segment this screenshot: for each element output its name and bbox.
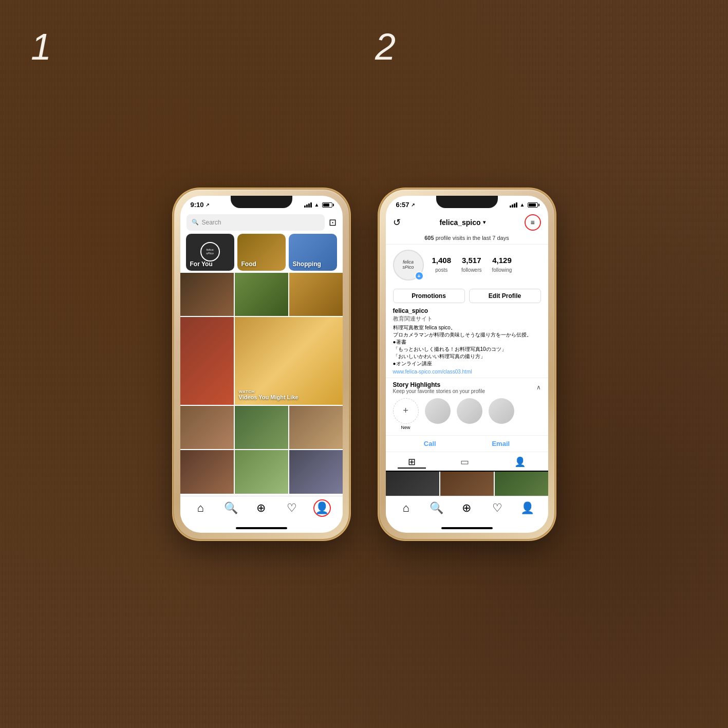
grid-cell-2[interactable] (235, 273, 288, 316)
heart-icon: ♡ (287, 501, 297, 515)
nav-search[interactable]: 🔍 (219, 499, 242, 517)
grid-cell-4[interactable] (180, 317, 234, 405)
nav2-home[interactable]: ⌂ (395, 499, 417, 517)
nav-profile[interactable]: 👤 (311, 499, 333, 517)
story-circle-2[interactable] (457, 398, 482, 424)
phone1-wifi-icon: ▲ (314, 202, 320, 208)
search-bar[interactable]: 🔍 Search (186, 214, 325, 231)
phone1-status-icons: ▲ (304, 202, 332, 208)
profile-circle-indicator (313, 499, 331, 517)
followers-count: 3,517 (461, 256, 481, 265)
nav-search-icon: 🔍 (224, 501, 238, 515)
edit-profile-button[interactable]: Edit Profile (469, 289, 541, 303)
nav2-likes[interactable]: ♡ (486, 499, 509, 517)
phone2-signal (510, 202, 517, 208)
avatar-logo-text: felicasPico (402, 260, 414, 270)
grid-cell-3[interactable] (289, 273, 343, 316)
grid-cell-10[interactable] (180, 450, 234, 493)
slide-number-1: 1 (31, 26, 51, 68)
menu-button[interactable]: ≡ (525, 214, 541, 231)
story-circle-3[interactable] (489, 398, 514, 424)
promotions-button[interactable]: Promotions (393, 289, 465, 303)
phone1-battery (322, 202, 332, 208)
posts-count: 1,408 (432, 256, 452, 265)
grid-cell-12[interactable] (289, 450, 343, 493)
bio-username: felica_spico (393, 307, 541, 314)
call-button[interactable]: Call (424, 440, 436, 447)
tab-for-you-label: For You (190, 260, 213, 268)
nav-add[interactable]: ⊕ (250, 499, 272, 517)
nav2-add[interactable]: ⊕ (455, 499, 478, 517)
photo-2[interactable] (440, 472, 494, 496)
profile2-icon: 👤 (520, 501, 534, 515)
avatar-add-button[interactable]: + (415, 271, 424, 281)
tab-for-you[interactable]: felicasPico For You (186, 234, 234, 271)
visits-text: profile visits in the last 7 days (436, 235, 509, 241)
highlights-collapse-icon[interactable]: ∧ (536, 384, 541, 391)
story-new-label: New (401, 425, 410, 430)
phone1-notch (231, 196, 292, 208)
story-circle-1[interactable] (425, 398, 451, 424)
email-button[interactable]: Email (492, 440, 510, 447)
profile-nav: ↺ felica_spico ▾ ≡ (386, 212, 548, 234)
photo-3[interactable] (495, 472, 548, 496)
photo-grid (386, 472, 548, 496)
grid-cell-1[interactable] (180, 273, 234, 316)
nav2-profile[interactable]: 👤 (516, 499, 539, 517)
phone2-status-icons: ▲ (510, 202, 538, 208)
following-label: following (492, 267, 512, 273)
nav-home[interactable]: ⌂ (189, 499, 212, 517)
hamburger-icon: ≡ (530, 218, 534, 227)
bio-category: 教育関連サイト (393, 315, 541, 323)
highlights-section: Story Highlights Keep your favorite stor… (386, 378, 548, 436)
tab-food-label: Food (241, 260, 256, 268)
search-area: 🔍 Search ⊡ (180, 212, 343, 234)
grid-cell-8[interactable] (235, 406, 288, 449)
tab-food[interactable]: Food (237, 234, 286, 271)
profile-username-header[interactable]: felica_spico ▾ (439, 218, 485, 227)
phone1-location-icon: ↗ (206, 202, 210, 208)
grid-cell-9[interactable] (289, 406, 343, 449)
home-bar-2 (441, 527, 493, 529)
tab-grid[interactable]: ⊞ (398, 456, 426, 469)
felica-logo-text: felicasPico (206, 248, 214, 255)
phone2-time: 6:57 (396, 201, 409, 209)
story-new-circle[interactable]: + (393, 398, 419, 424)
slide-number-2: 2 (375, 26, 396, 68)
posts-label: posts (435, 267, 447, 273)
tab-shopping[interactable]: Shopping (289, 234, 337, 271)
scan-icon[interactable]: ⊡ (329, 217, 337, 228)
story-highlight-3 (489, 398, 514, 430)
nav2-search[interactable]: 🔍 (425, 499, 447, 517)
profile-info-section: felicasPico + 1,408 posts 3,517 foll (386, 245, 548, 285)
nav-likes[interactable]: ♡ (281, 499, 303, 517)
bio-link[interactable]: www.felica-spico.com/class03.html (393, 369, 541, 375)
tab-feed[interactable]: ▭ (450, 456, 479, 469)
search-icon: 🔍 (192, 219, 199, 226)
phone1-bottom-nav: ⌂ 🔍 ⊕ ♡ 👤 (180, 496, 343, 522)
following-count: 4,129 (492, 256, 512, 265)
home-icon: ⌂ (197, 501, 203, 515)
felica-logo: felicasPico (200, 242, 220, 262)
story-new-item: + New (393, 398, 419, 430)
username-text: felica_spico (439, 218, 480, 227)
phone2-content: ↺ felica_spico ▾ ≡ 605 profile visits in… (386, 212, 548, 533)
category-tabs: felicasPico For You Food Shopping (180, 234, 343, 271)
stat-following[interactable]: 4,129 following (492, 256, 512, 274)
phone2-location-icon: ↗ (411, 202, 415, 208)
profile-visits-banner: 605 profile visits in the last 7 days (386, 234, 548, 245)
action-buttons: Promotions Edit Profile (393, 289, 541, 303)
grid-cell-11[interactable] (235, 450, 288, 493)
phone1-content: 🔍 Search ⊡ felicasPico For You Food (180, 212, 343, 533)
photo-1[interactable] (386, 472, 439, 496)
feed-grid: WATCH Videos You Might Like ⊞ (180, 273, 343, 496)
back-history-icon[interactable]: ↺ (393, 217, 401, 228)
stat-followers[interactable]: 3,517 followers (461, 256, 481, 274)
watch-video-cell[interactable]: WATCH Videos You Might Like (235, 317, 343, 405)
grid-cell-7[interactable] (180, 406, 234, 449)
highlights-title: Story Highlights (393, 381, 486, 388)
story-circles: + New (393, 396, 541, 432)
nav2-search-icon: 🔍 (430, 501, 443, 515)
phone2-notch (436, 196, 498, 208)
tab-tagged[interactable]: 👤 (504, 456, 536, 469)
